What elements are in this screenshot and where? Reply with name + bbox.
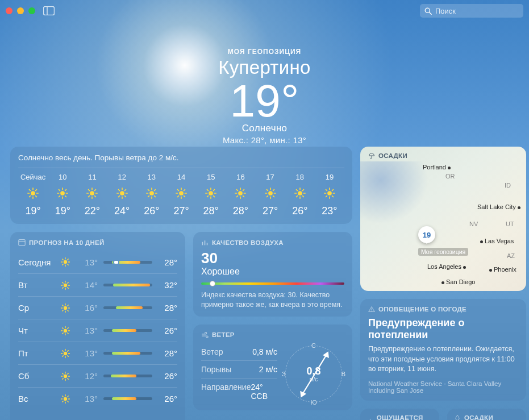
svg-line-148 [63, 355, 64, 356]
svg-rect-0 [44, 7, 55, 15]
search-input[interactable]: Поиск [420, 4, 523, 18]
hour-temp: 28° [233, 205, 248, 217]
svg-line-129 [68, 310, 69, 311]
svg-rect-169 [205, 240, 206, 245]
aqi-header: Качество воздуха [212, 239, 284, 246]
hourly-column: 1826° [285, 173, 315, 217]
day-row[interactable]: Сб12°26° [18, 364, 177, 387]
svg-line-164 [63, 396, 64, 397]
sunny-icon [116, 187, 128, 199]
ten-day-forecast-card[interactable]: Прогноз на 10 дней Сегодня13°28°Вт14°32°… [10, 232, 185, 420]
svg-line-130 [63, 310, 64, 311]
fullscreen-window-button[interactable] [28, 7, 35, 14]
wind-row: Ветер0,8 м/с [201, 343, 277, 361]
sunny-icon [27, 187, 39, 199]
map-city-label: San Diego [440, 278, 475, 285]
hourly-column: Сейчас19° [18, 173, 48, 217]
svg-line-122 [68, 282, 69, 283]
svg-line-93 [302, 189, 303, 190]
wind-card[interactable]: Ветер Ветер0,8 м/сПорывы2 м/сНаправление… [193, 325, 352, 410]
feels-like-card[interactable]: Ощущается как [360, 409, 439, 421]
day-min: 13° [78, 394, 98, 404]
svg-line-72 [237, 189, 238, 190]
map-state-label: NV [469, 221, 478, 227]
sunny-icon [56, 187, 69, 199]
hourly-column: 1427° [166, 173, 196, 217]
svg-line-19 [65, 196, 66, 197]
hour-label: Сейчас [20, 173, 45, 181]
day-row[interactable]: Вс13°26° [18, 387, 177, 410]
svg-line-119 [63, 282, 64, 283]
day-name: Чт [18, 326, 55, 335]
map-header: Осадки [378, 152, 407, 159]
svg-point-58 [209, 191, 213, 196]
svg-line-102 [332, 189, 334, 190]
map-city-label: Las Vegas [478, 238, 514, 244]
hourly-forecast-card[interactable]: Солнечно весь день. Порывы ветра до 2 м/… [10, 147, 352, 224]
svg-point-159 [64, 397, 67, 400]
svg-line-73 [243, 196, 244, 197]
day-min: 13° [78, 348, 98, 358]
temp-range-bar [103, 329, 152, 332]
weather-alert-card[interactable]: Оповещение о погоде Предупреждение о пот… [360, 299, 526, 401]
my-location-pin[interactable]: 19 Моя геопозиция [418, 226, 468, 256]
svg-point-141 [64, 351, 67, 355]
hour-label: 11 [88, 173, 96, 181]
svg-line-138 [68, 332, 69, 334]
map-city-label: Phoenix [488, 266, 516, 273]
sunny-icon [60, 280, 70, 290]
svg-line-56 [178, 196, 179, 197]
svg-line-39 [124, 189, 126, 190]
precipitation-card[interactable]: Осадки [447, 409, 526, 421]
svg-line-45 [148, 189, 149, 190]
precipitation-map-card[interactable]: Осадки PortlandSalt Lake CityLas VegasLo… [360, 147, 526, 291]
day-max: 32° [158, 280, 177, 290]
warning-icon [368, 306, 375, 313]
day-min: 13° [78, 326, 98, 335]
day-row[interactable]: Пт13°28° [18, 342, 177, 364]
close-window-button[interactable] [6, 7, 13, 14]
sidebar-icon [43, 6, 55, 15]
minimize-window-button[interactable] [17, 7, 24, 14]
svg-line-54 [178, 189, 179, 190]
svg-line-36 [118, 189, 119, 190]
svg-line-82 [273, 196, 274, 197]
hour-label: 15 [207, 173, 215, 181]
svg-line-158 [68, 373, 69, 374]
sunny-icon [323, 187, 336, 199]
svg-line-64 [214, 196, 215, 197]
window-titlebar: Поиск [0, 0, 529, 22]
svg-line-110 [63, 259, 64, 260]
day-row[interactable]: Ср16°28° [18, 296, 177, 319]
map-state-label: UT [506, 221, 514, 227]
toggle-sidebar-button[interactable] [43, 6, 55, 15]
hourly-column: 1628° [226, 173, 255, 217]
hour-label: 10 [59, 173, 66, 181]
svg-line-100 [332, 196, 334, 197]
map-state-label: AZ [507, 252, 515, 259]
day-row[interactable]: Сегодня13°28° [18, 251, 177, 273]
aqi-scale-bar [201, 282, 344, 285]
svg-line-84 [273, 189, 274, 190]
hourly-column: 1122° [77, 173, 107, 217]
svg-line-137 [63, 327, 64, 328]
day-name: Вс [18, 394, 55, 404]
day-max: 28° [158, 348, 177, 358]
day-name: Сегодня [18, 257, 55, 267]
svg-point-76 [268, 191, 273, 196]
svg-point-114 [64, 283, 67, 286]
svg-line-157 [63, 378, 64, 379]
day-row[interactable]: Вт14°32° [18, 273, 177, 296]
svg-point-67 [239, 191, 243, 196]
day-max: 28° [158, 257, 177, 267]
day-row[interactable]: Чт13°26° [18, 319, 177, 342]
air-quality-card[interactable]: Качество воздуха 30 Хорошее Индекс качес… [193, 232, 352, 317]
svg-point-40 [149, 191, 154, 196]
svg-point-22 [90, 191, 95, 196]
hour-temp: 28° [203, 205, 219, 217]
day-name: Пт [18, 348, 55, 358]
svg-point-105 [64, 260, 67, 264]
hourly-column: 1019° [48, 173, 77, 217]
sunny-icon [205, 187, 217, 199]
svg-point-123 [64, 306, 67, 309]
